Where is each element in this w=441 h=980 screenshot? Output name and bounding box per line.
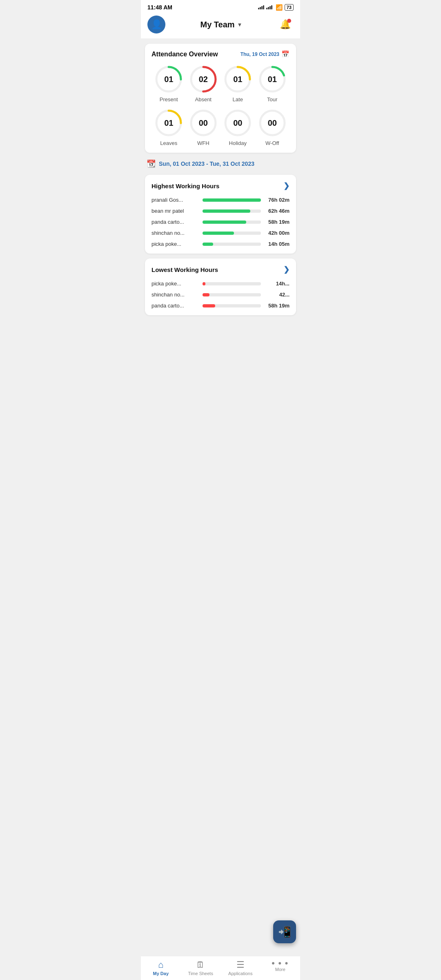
menu-icon: ☰	[236, 960, 245, 970]
notification-button[interactable]: 🔔	[277, 16, 294, 33]
attendance-card: Attendance Overview Thu, 19 Oct 2023 📅 0…	[145, 44, 296, 153]
metric-tour[interactable]: 01 Tour	[258, 65, 287, 102]
lowest-bar-row-2: shinchan no... 42...	[151, 292, 290, 298]
more-dots-icon: ● ● ●	[272, 960, 289, 966]
highest-bar-row-3: panda carto... 58h 19m	[151, 219, 290, 225]
bar-fill-red	[203, 304, 215, 307]
nav-item-time-sheets[interactable]: 🗓 Time Sheets	[186, 960, 215, 976]
bar-fill	[203, 209, 250, 213]
attendance-title: Attendance Overview	[151, 51, 218, 58]
metric-holiday[interactable]: 00 Holiday	[223, 108, 252, 146]
chevron-down-icon: ▼	[237, 22, 243, 28]
highest-bar-row-5: picka poke... 14h 05m	[151, 241, 290, 247]
team-selector[interactable]: My Team ▼	[200, 20, 243, 29]
bar-track	[203, 220, 261, 224]
bar-name: pranali Gos...	[151, 197, 198, 203]
absent-value: 02	[199, 75, 208, 84]
attendance-top-row: 01 Present 02 Absent	[151, 65, 290, 102]
lowest-hours-arrow[interactable]: ❯	[283, 265, 290, 274]
bar-name: bean mr patel	[151, 208, 198, 214]
fingerprint-icon: 📲	[278, 926, 291, 938]
bar-track	[203, 232, 261, 235]
wifi-icon: 📶	[276, 4, 283, 11]
bar-track	[203, 282, 261, 285]
metric-wfh[interactable]: 00 WFH	[189, 108, 218, 146]
bar-value: 62h 46m	[265, 208, 290, 214]
bar-fill	[203, 198, 261, 202]
bar-name: picka poke...	[151, 281, 198, 287]
metric-present[interactable]: 01 Present	[154, 65, 183, 102]
highest-hours-arrow[interactable]: ❯	[283, 181, 290, 190]
bar-value: 76h 02m	[265, 197, 290, 203]
absent-label: Absent	[195, 96, 212, 102]
nav-item-applications[interactable]: ☰ Applications	[226, 960, 255, 976]
lowest-bar-row-3: panda carto... 58h 19m	[151, 303, 290, 309]
highest-hours-card: Highest Working Hours ❯ pranali Gos... 7…	[145, 175, 296, 254]
highest-bar-row-2: bean mr patel 62h 46m	[151, 208, 290, 214]
bottom-nav: ⌂ My Day 🗓 Time Sheets ☰ Applications ● …	[141, 956, 300, 980]
present-value: 01	[164, 75, 173, 84]
highest-hours-title: Highest Working Hours	[151, 183, 219, 189]
woff-label: W-Off	[265, 140, 279, 146]
metric-woff[interactable]: 00 W-Off	[258, 108, 287, 146]
late-value: 01	[233, 75, 242, 84]
lowest-hours-title: Lowest Working Hours	[151, 266, 218, 273]
calendar-icon: 📅	[281, 50, 290, 58]
attendance-date: Thu, 19 Oct 2023	[241, 51, 279, 57]
leaves-value: 01	[164, 118, 173, 128]
notification-dot	[287, 19, 291, 23]
app-header: 👤 My Team ▼ 🔔	[141, 12, 300, 39]
lowest-hours-header: Lowest Working Hours ❯	[151, 265, 290, 274]
leaves-label: Leaves	[160, 140, 177, 146]
highest-bar-row-4: shinchan no... 42h 00m	[151, 230, 290, 236]
bar-fill	[203, 243, 213, 246]
bar-name: picka poke...	[151, 241, 198, 247]
holiday-label: Holiday	[229, 140, 247, 146]
highest-bar-row-1: pranali Gos... 76h 02m	[151, 197, 290, 203]
bar-track	[203, 293, 261, 296]
date-range-text: Sun, 01 Oct 2023 - Tue, 31 Oct 2023	[159, 160, 254, 167]
signal-icon-2	[266, 5, 272, 9]
bar-track	[203, 209, 261, 213]
bar-track	[203, 243, 261, 246]
battery-indicator: 73	[285, 4, 294, 11]
lowest-hours-card: Lowest Working Hours ❯ picka poke... 14h…	[145, 258, 296, 315]
highest-hours-header: Highest Working Hours ❯	[151, 181, 290, 190]
tour-value: 01	[268, 75, 277, 84]
nav-label-time-sheets: Time Sheets	[188, 971, 213, 976]
metric-late[interactable]: 01 Late	[223, 65, 252, 102]
lowest-bar-row-1: picka poke... 14h...	[151, 281, 290, 287]
bar-value: 42...	[265, 292, 290, 298]
bar-track	[203, 198, 261, 202]
team-title: My Team	[200, 20, 235, 29]
avatar-icon: 👤	[151, 19, 162, 30]
nav-label-my-day: My Day	[153, 971, 169, 976]
bar-name: shinchan no...	[151, 292, 198, 298]
attendance-header: Attendance Overview Thu, 19 Oct 2023 📅	[151, 50, 290, 58]
status-icons: 📶 73	[258, 4, 294, 11]
fingerprint-fab[interactable]: 📲	[273, 920, 296, 943]
bar-fill-red	[203, 282, 205, 285]
bar-name: panda carto...	[151, 219, 198, 225]
bar-value: 14h 05m	[265, 241, 290, 247]
nav-item-my-day[interactable]: ⌂ My Day	[147, 960, 175, 976]
main-content: Attendance Overview Thu, 19 Oct 2023 📅 0…	[141, 39, 300, 356]
bar-track	[203, 304, 261, 307]
bar-fill	[203, 220, 246, 224]
bar-name: panda carto...	[151, 303, 198, 309]
status-bar: 11:48 AM 📶 73	[141, 0, 300, 12]
late-label: Late	[233, 96, 243, 102]
date-range-icon: 📆	[147, 159, 156, 168]
holiday-value: 00	[233, 118, 242, 128]
avatar[interactable]: 👤	[147, 16, 165, 33]
bar-name: shinchan no...	[151, 230, 198, 236]
attendance-date-section[interactable]: Thu, 19 Oct 2023 📅	[241, 50, 290, 58]
date-range-section[interactable]: 📆 Sun, 01 Oct 2023 - Tue, 31 Oct 2023	[145, 158, 296, 170]
signal-icon-1	[258, 5, 264, 9]
bar-value: 58h 19m	[265, 303, 290, 309]
woff-value: 00	[268, 118, 277, 128]
metric-leaves[interactable]: 01 Leaves	[154, 108, 183, 146]
bar-fill-red	[203, 293, 209, 296]
metric-absent[interactable]: 02 Absent	[189, 65, 218, 102]
nav-item-more[interactable]: ● ● ● More	[266, 960, 294, 976]
